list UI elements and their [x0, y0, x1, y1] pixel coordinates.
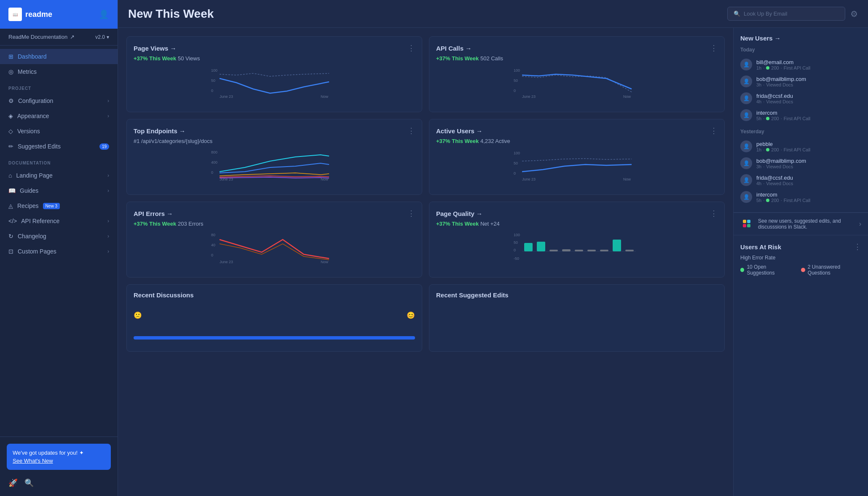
- active-users-title[interactable]: Active Users →: [436, 127, 482, 135]
- updates-banner[interactable]: We've got updates for you! ✦ See What's …: [7, 444, 111, 470]
- project-section-label: PROJECT: [0, 79, 118, 93]
- green-dot: [766, 148, 769, 151]
- active-users-menu[interactable]: ⋮: [710, 126, 718, 135]
- sidebar-item-metrics[interactable]: ◎ Metrics: [0, 64, 118, 79]
- user-info: intercom 5h · 200 · First API Call: [756, 191, 861, 203]
- charts-row-3: API Errors → ⋮ +37% This Week 203 Errors…: [126, 202, 725, 278]
- page-quality-card: Page Quality → ⋮ +37% This Week Net +24 …: [429, 202, 725, 278]
- users-at-risk-menu[interactable]: ⋮: [854, 242, 861, 251]
- user-email[interactable]: frida@ccsf.edu: [756, 93, 861, 99]
- user-email[interactable]: bill@email.com: [756, 59, 861, 65]
- metrics-icon: ◎: [8, 68, 13, 75]
- sidebar-item-api-reference[interactable]: </> API Reference ›: [0, 213, 118, 229]
- page-quality-title[interactable]: Page Quality →: [436, 210, 482, 217]
- recent-suggested-edits-title[interactable]: Recent Suggested Edits: [436, 291, 509, 299]
- user-email[interactable]: bob@mailblimp.com: [756, 158, 861, 164]
- top-endpoints-title[interactable]: Top Endpoints →: [134, 127, 185, 135]
- sidebar-item-landing-page[interactable]: ⌂ Landing Page ›: [0, 168, 118, 183]
- red-dot-icon: [801, 268, 805, 272]
- svg-text:0: 0: [211, 253, 213, 257]
- user-email[interactable]: bob@mailblimp.com: [756, 76, 861, 82]
- page-title: New This Week: [128, 7, 214, 21]
- high-error-rate-label: High Error Rate: [740, 255, 861, 261]
- project-selector[interactable]: ReadMe Documentation ↗ v2.0 ▾: [0, 29, 118, 46]
- top-endpoints-menu[interactable]: ⋮: [407, 126, 415, 135]
- new-users-section: New Users → Today 👤 bill@email.com 1h · …: [734, 28, 868, 213]
- user-meta: 3h · Viewed Docs: [756, 82, 861, 87]
- chevron-right-icon: ›: [107, 233, 109, 239]
- api-errors-menu[interactable]: ⋮: [407, 209, 415, 218]
- search-icon: 🔍: [734, 11, 740, 17]
- svg-rect-38: [625, 250, 634, 251]
- settings-icon[interactable]: ⚙: [850, 9, 858, 19]
- svg-text:100: 100: [514, 151, 520, 155]
- configuration-icon: ⚙: [8, 97, 14, 104]
- page-views-chart: 100 50 0 June 23 Now: [134, 66, 415, 100]
- recent-discussions-title[interactable]: Recent Discussions: [134, 291, 194, 299]
- sidebar-bottom-bar: 🚀 🔍: [7, 477, 111, 489]
- sidebar: 📖 readme 👤 ReadMe Documentation ↗ v2.0 ▾…: [0, 0, 118, 496]
- svg-text:40: 40: [211, 243, 215, 247]
- sidebar-item-suggested-edits[interactable]: ✏ Suggested Edits 19: [0, 139, 118, 154]
- api-errors-title[interactable]: API Errors →: [134, 210, 173, 217]
- slack-promo[interactable]: See new users, suggested edits, and disc…: [734, 213, 868, 235]
- guides-icon: 📖: [8, 187, 16, 194]
- rocket-icon[interactable]: 🚀: [8, 478, 18, 488]
- api-calls-title[interactable]: API Calls →: [436, 45, 472, 52]
- sidebar-item-versions[interactable]: ◇ Versions: [0, 124, 118, 139]
- page-quality-menu[interactable]: ⋮: [710, 209, 718, 218]
- user-info: pebble 1h · 200 · First API Call: [756, 141, 861, 152]
- green-dot: [766, 117, 769, 120]
- svg-text:Now: Now: [321, 260, 329, 264]
- sidebar-item-configuration[interactable]: ⚙ Configuration ›: [0, 93, 118, 108]
- page-views-stat: +37% This Week 50 Views: [134, 55, 415, 62]
- user-email[interactable]: frida@ccsf.edu: [756, 175, 861, 181]
- main-content: New This Week 🔍 Look Up By Email ⚙ Page …: [118, 0, 868, 496]
- search-bar[interactable]: 🔍 Look Up By Email: [727, 7, 845, 21]
- sidebar-item-recipes[interactable]: ◬ Recipes New 3: [0, 198, 118, 213]
- page-views-title[interactable]: Page Views →: [134, 45, 176, 52]
- user-meta: 5h · 200 · First API Call: [756, 116, 861, 121]
- user-email[interactable]: intercom: [756, 110, 861, 116]
- sidebar-item-appearance[interactable]: ◈ Appearance ›: [0, 108, 118, 124]
- svg-text:100: 100: [514, 68, 520, 73]
- user-avatar: 👤: [740, 75, 752, 87]
- recent-suggested-edits-header: Recent Suggested Edits: [436, 291, 718, 299]
- user-email[interactable]: intercom: [756, 191, 861, 198]
- sidebar-footer: We've got updates for you! ✦ See What's …: [0, 437, 118, 496]
- appearance-icon: ◈: [8, 113, 13, 119]
- user-icon[interactable]: 👤: [99, 9, 109, 19]
- user-avatar: 👤: [740, 157, 752, 169]
- sidebar-item-guides[interactable]: 📖 Guides ›: [0, 183, 118, 198]
- sidebar-item-custom-pages[interactable]: ⊡ Custom Pages ›: [0, 244, 118, 259]
- yesterday-label: Yesterday: [740, 129, 861, 135]
- user-entry-pebble: 👤 pebble 1h · 200 · First API Call: [740, 138, 861, 155]
- sidebar-item-changelog[interactable]: ↻ Changelog ›: [0, 229, 118, 244]
- user-email[interactable]: pebble: [756, 141, 861, 147]
- sidebar-header: 📖 readme 👤: [0, 0, 118, 29]
- search-icon[interactable]: 🔍: [24, 478, 34, 488]
- recipes-icon: ◬: [8, 202, 13, 209]
- charts-row-1: Page Views → ⋮ +37% This Week 50 Views 1…: [126, 36, 725, 112]
- project-name: ReadMe Documentation ↗: [8, 34, 75, 40]
- user-avatar: 👤: [740, 109, 752, 121]
- new-users-title[interactable]: New Users →: [740, 35, 861, 42]
- top-endpoints-stat: #1 /api/v1/categories/{slug}/docs: [134, 138, 415, 144]
- api-calls-menu[interactable]: ⋮: [710, 43, 718, 53]
- page-views-menu[interactable]: ⋮: [407, 43, 415, 53]
- charts-area: Page Views → ⋮ +37% This Week 50 Views 1…: [118, 28, 733, 496]
- chevron-right-icon: ›: [107, 188, 109, 194]
- version-badge[interactable]: v2.0 ▾: [95, 34, 109, 40]
- svg-text:50: 50: [514, 78, 518, 83]
- sidebar-item-dashboard[interactable]: ⊞ Dashboard: [0, 49, 118, 64]
- users-at-risk-header: Users At Risk ⋮: [740, 242, 861, 251]
- users-at-risk-title[interactable]: Users At Risk: [740, 243, 781, 251]
- slack-arrow-icon[interactable]: ›: [859, 220, 861, 228]
- user-entry-bob2: 👤 bob@mailblimp.com 3h · Viewed Docs: [740, 155, 861, 172]
- svg-text:Now: Now: [623, 177, 631, 181]
- user-info: frida@ccsf.edu 4h · Viewed Docs: [756, 175, 861, 186]
- users-at-risk-section: Users At Risk ⋮ High Error Rate 10 Open …: [734, 235, 868, 283]
- user-avatar: 👤: [740, 174, 752, 186]
- whats-new-link[interactable]: See What's New: [13, 458, 105, 464]
- svg-rect-30: [524, 243, 533, 251]
